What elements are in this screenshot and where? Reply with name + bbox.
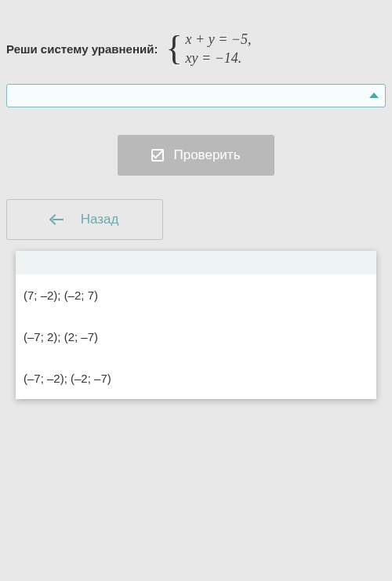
option-item[interactable]: (7; –2); (–2; 7)	[16, 274, 376, 316]
prompt-label: Реши систему уравнений:	[6, 42, 158, 56]
chevron-up-icon	[369, 93, 379, 98]
equation-2: xy = −14.	[186, 49, 252, 67]
system-of-equations: { x + y = −5, xy = −14.	[165, 30, 251, 68]
check-icon	[151, 149, 164, 162]
problem-prompt: Реши систему уравнений: { x + y = −5, xy…	[6, 30, 386, 68]
arrow-left-icon	[51, 215, 64, 224]
options-header	[16, 251, 376, 274]
back-button-label: Назад	[81, 212, 119, 227]
equation-1: x + y = −5,	[186, 30, 252, 49]
option-item[interactable]: (–7; –2); (–2; –7)	[16, 358, 376, 399]
back-button[interactable]: Назад	[6, 199, 163, 240]
option-item[interactable]: (–7; 2); (2; –7)	[16, 316, 376, 358]
check-button[interactable]: Проверить	[118, 135, 274, 176]
left-brace-icon: {	[165, 31, 182, 66]
answer-dropdown[interactable]	[6, 84, 386, 107]
options-panel: (7; –2); (–2; 7) (–7; 2); (2; –7) (–7; –…	[16, 251, 376, 399]
check-button-label: Проверить	[173, 147, 240, 163]
